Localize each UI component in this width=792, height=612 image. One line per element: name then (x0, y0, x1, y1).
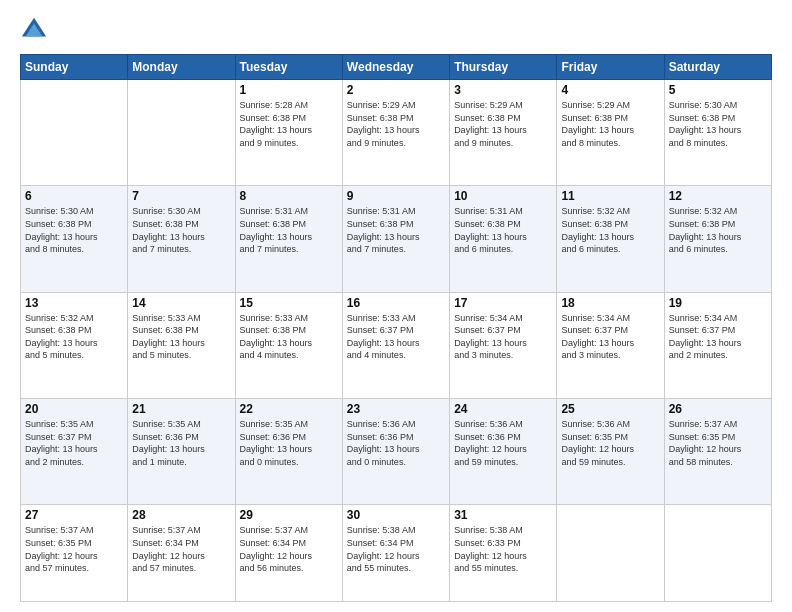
weekday-header: Wednesday (342, 55, 449, 80)
day-number: 25 (561, 402, 659, 416)
header (20, 16, 772, 44)
calendar-cell: 20Sunrise: 5:35 AM Sunset: 6:37 PM Dayli… (21, 398, 128, 504)
day-number: 6 (25, 189, 123, 203)
day-number: 20 (25, 402, 123, 416)
day-info: Sunrise: 5:34 AM Sunset: 6:37 PM Dayligh… (454, 312, 552, 362)
weekday-header: Tuesday (235, 55, 342, 80)
calendar-cell: 24Sunrise: 5:36 AM Sunset: 6:36 PM Dayli… (450, 398, 557, 504)
day-number: 29 (240, 508, 338, 522)
day-number: 5 (669, 83, 767, 97)
day-number: 22 (240, 402, 338, 416)
calendar-cell (557, 505, 664, 602)
weekday-header: Sunday (21, 55, 128, 80)
calendar-cell: 18Sunrise: 5:34 AM Sunset: 6:37 PM Dayli… (557, 292, 664, 398)
calendar-cell (21, 80, 128, 186)
calendar-cell: 26Sunrise: 5:37 AM Sunset: 6:35 PM Dayli… (664, 398, 771, 504)
calendar-cell: 11Sunrise: 5:32 AM Sunset: 6:38 PM Dayli… (557, 186, 664, 292)
day-info: Sunrise: 5:35 AM Sunset: 6:37 PM Dayligh… (25, 418, 123, 468)
day-number: 16 (347, 296, 445, 310)
day-info: Sunrise: 5:36 AM Sunset: 6:36 PM Dayligh… (347, 418, 445, 468)
calendar-cell: 12Sunrise: 5:32 AM Sunset: 6:38 PM Dayli… (664, 186, 771, 292)
day-number: 4 (561, 83, 659, 97)
calendar-table: SundayMondayTuesdayWednesdayThursdayFrid… (20, 54, 772, 602)
day-info: Sunrise: 5:33 AM Sunset: 6:38 PM Dayligh… (132, 312, 230, 362)
day-number: 17 (454, 296, 552, 310)
day-number: 10 (454, 189, 552, 203)
day-number: 26 (669, 402, 767, 416)
calendar-cell: 13Sunrise: 5:32 AM Sunset: 6:38 PM Dayli… (21, 292, 128, 398)
day-number: 19 (669, 296, 767, 310)
day-info: Sunrise: 5:28 AM Sunset: 6:38 PM Dayligh… (240, 99, 338, 149)
day-info: Sunrise: 5:35 AM Sunset: 6:36 PM Dayligh… (240, 418, 338, 468)
calendar-cell (664, 505, 771, 602)
day-number: 9 (347, 189, 445, 203)
day-number: 15 (240, 296, 338, 310)
day-info: Sunrise: 5:37 AM Sunset: 6:35 PM Dayligh… (669, 418, 767, 468)
calendar-cell: 5Sunrise: 5:30 AM Sunset: 6:38 PM Daylig… (664, 80, 771, 186)
day-info: Sunrise: 5:32 AM Sunset: 6:38 PM Dayligh… (561, 205, 659, 255)
day-number: 30 (347, 508, 445, 522)
weekday-header: Friday (557, 55, 664, 80)
calendar-week-row: 13Sunrise: 5:32 AM Sunset: 6:38 PM Dayli… (21, 292, 772, 398)
calendar-cell: 27Sunrise: 5:37 AM Sunset: 6:35 PM Dayli… (21, 505, 128, 602)
calendar-cell: 8Sunrise: 5:31 AM Sunset: 6:38 PM Daylig… (235, 186, 342, 292)
day-number: 28 (132, 508, 230, 522)
calendar-cell: 15Sunrise: 5:33 AM Sunset: 6:38 PM Dayli… (235, 292, 342, 398)
calendar-week-row: 1Sunrise: 5:28 AM Sunset: 6:38 PM Daylig… (21, 80, 772, 186)
day-info: Sunrise: 5:33 AM Sunset: 6:38 PM Dayligh… (240, 312, 338, 362)
day-info: Sunrise: 5:31 AM Sunset: 6:38 PM Dayligh… (454, 205, 552, 255)
day-info: Sunrise: 5:37 AM Sunset: 6:35 PM Dayligh… (25, 524, 123, 574)
page: SundayMondayTuesdayWednesdayThursdayFrid… (0, 0, 792, 612)
day-number: 14 (132, 296, 230, 310)
calendar-cell: 17Sunrise: 5:34 AM Sunset: 6:37 PM Dayli… (450, 292, 557, 398)
calendar-cell: 19Sunrise: 5:34 AM Sunset: 6:37 PM Dayli… (664, 292, 771, 398)
day-info: Sunrise: 5:38 AM Sunset: 6:33 PM Dayligh… (454, 524, 552, 574)
day-number: 31 (454, 508, 552, 522)
day-info: Sunrise: 5:29 AM Sunset: 6:38 PM Dayligh… (561, 99, 659, 149)
day-number: 1 (240, 83, 338, 97)
day-info: Sunrise: 5:30 AM Sunset: 6:38 PM Dayligh… (25, 205, 123, 255)
calendar-cell: 23Sunrise: 5:36 AM Sunset: 6:36 PM Dayli… (342, 398, 449, 504)
day-number: 24 (454, 402, 552, 416)
calendar-cell (128, 80, 235, 186)
logo-icon (20, 16, 48, 44)
day-info: Sunrise: 5:30 AM Sunset: 6:38 PM Dayligh… (132, 205, 230, 255)
day-number: 12 (669, 189, 767, 203)
day-number: 8 (240, 189, 338, 203)
weekday-header-row: SundayMondayTuesdayWednesdayThursdayFrid… (21, 55, 772, 80)
calendar-week-row: 20Sunrise: 5:35 AM Sunset: 6:37 PM Dayli… (21, 398, 772, 504)
day-number: 13 (25, 296, 123, 310)
calendar-cell: 22Sunrise: 5:35 AM Sunset: 6:36 PM Dayli… (235, 398, 342, 504)
day-number: 7 (132, 189, 230, 203)
calendar-week-row: 27Sunrise: 5:37 AM Sunset: 6:35 PM Dayli… (21, 505, 772, 602)
calendar-cell: 9Sunrise: 5:31 AM Sunset: 6:38 PM Daylig… (342, 186, 449, 292)
day-number: 27 (25, 508, 123, 522)
day-info: Sunrise: 5:32 AM Sunset: 6:38 PM Dayligh… (669, 205, 767, 255)
day-info: Sunrise: 5:29 AM Sunset: 6:38 PM Dayligh… (347, 99, 445, 149)
day-number: 3 (454, 83, 552, 97)
weekday-header: Saturday (664, 55, 771, 80)
day-info: Sunrise: 5:32 AM Sunset: 6:38 PM Dayligh… (25, 312, 123, 362)
calendar-cell: 29Sunrise: 5:37 AM Sunset: 6:34 PM Dayli… (235, 505, 342, 602)
day-info: Sunrise: 5:37 AM Sunset: 6:34 PM Dayligh… (240, 524, 338, 574)
day-number: 2 (347, 83, 445, 97)
calendar-cell: 2Sunrise: 5:29 AM Sunset: 6:38 PM Daylig… (342, 80, 449, 186)
day-info: Sunrise: 5:34 AM Sunset: 6:37 PM Dayligh… (669, 312, 767, 362)
calendar-cell: 3Sunrise: 5:29 AM Sunset: 6:38 PM Daylig… (450, 80, 557, 186)
calendar-cell: 30Sunrise: 5:38 AM Sunset: 6:34 PM Dayli… (342, 505, 449, 602)
calendar-week-row: 6Sunrise: 5:30 AM Sunset: 6:38 PM Daylig… (21, 186, 772, 292)
day-info: Sunrise: 5:29 AM Sunset: 6:38 PM Dayligh… (454, 99, 552, 149)
day-number: 18 (561, 296, 659, 310)
day-info: Sunrise: 5:37 AM Sunset: 6:34 PM Dayligh… (132, 524, 230, 574)
day-number: 21 (132, 402, 230, 416)
day-info: Sunrise: 5:31 AM Sunset: 6:38 PM Dayligh… (347, 205, 445, 255)
day-info: Sunrise: 5:38 AM Sunset: 6:34 PM Dayligh… (347, 524, 445, 574)
calendar-cell: 6Sunrise: 5:30 AM Sunset: 6:38 PM Daylig… (21, 186, 128, 292)
day-info: Sunrise: 5:35 AM Sunset: 6:36 PM Dayligh… (132, 418, 230, 468)
day-info: Sunrise: 5:34 AM Sunset: 6:37 PM Dayligh… (561, 312, 659, 362)
calendar-cell: 25Sunrise: 5:36 AM Sunset: 6:35 PM Dayli… (557, 398, 664, 504)
calendar-cell: 21Sunrise: 5:35 AM Sunset: 6:36 PM Dayli… (128, 398, 235, 504)
calendar-cell: 7Sunrise: 5:30 AM Sunset: 6:38 PM Daylig… (128, 186, 235, 292)
calendar-cell: 10Sunrise: 5:31 AM Sunset: 6:38 PM Dayli… (450, 186, 557, 292)
day-info: Sunrise: 5:36 AM Sunset: 6:36 PM Dayligh… (454, 418, 552, 468)
